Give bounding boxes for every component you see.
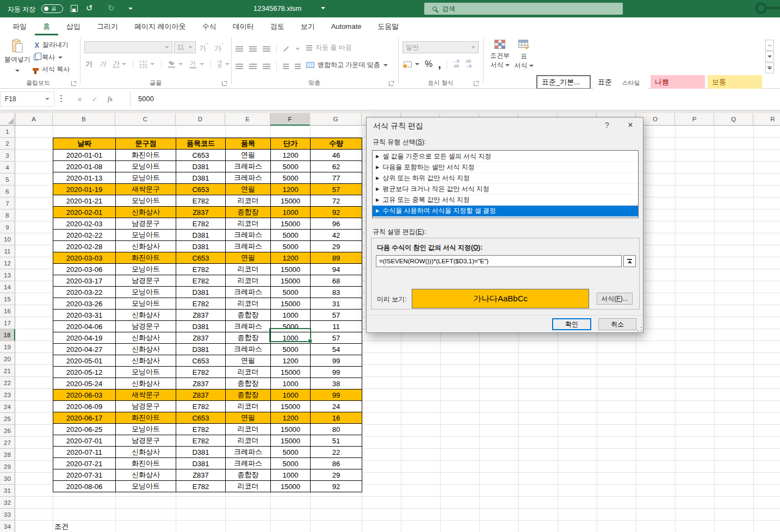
cell-date[interactable]: 2020-07-21 — [53, 458, 116, 469]
cell-item[interactable]: 리코더 — [226, 275, 271, 287]
cell-item[interactable]: 연필 — [226, 150, 271, 161]
cell-style-chip[interactable]: 나쁨 — [651, 75, 705, 89]
cell-store[interactable]: 화진아트 — [116, 458, 176, 469]
cell-item-code[interactable]: D381 — [176, 172, 226, 184]
cell-quantity[interactable]: 80 — [311, 424, 362, 435]
cell-date[interactable]: 2020-01-08 — [53, 161, 116, 172]
cell-store[interactable]: 화진아트 — [116, 412, 176, 424]
column-header[interactable]: B — [53, 113, 115, 126]
cell-item-code[interactable]: E782 — [176, 424, 226, 435]
cell-item[interactable]: 연필 — [226, 184, 271, 195]
row-header[interactable]: 19 — [0, 341, 15, 353]
cell-store[interactable]: 모닝아트 — [116, 161, 176, 172]
note-cell[interactable]: 조건 — [54, 522, 69, 531]
row-header[interactable]: 22 — [0, 377, 15, 389]
cell-quantity[interactable]: 99 — [311, 389, 362, 401]
ribbon-tab[interactable]: 보기 — [293, 17, 323, 35]
select-all-corner[interactable] — [0, 113, 15, 126]
ribbon-tab[interactable]: 그리기 — [89, 17, 126, 35]
cell-store[interactable]: 모닝아트 — [116, 195, 176, 207]
cell-store[interactable]: 신화상사 — [116, 207, 176, 218]
percent-style-icon[interactable]: % — [425, 59, 432, 69]
cell-item[interactable]: 리코더 — [226, 298, 271, 310]
cell-item-code[interactable]: E782 — [176, 435, 226, 447]
cancel-button[interactable]: 취소 — [598, 318, 636, 330]
cell-item-code[interactable]: D381 — [176, 344, 226, 355]
formula-input[interactable]: =(ISEVEN(ROW()))*(LEFT($D3,1)="E") — [376, 255, 622, 267]
cell-quantity[interactable]: 96 — [311, 218, 362, 230]
cell-quantity[interactable]: 92 — [311, 207, 362, 218]
rule-type-option[interactable]: ▶ 수식을 사용하여 서식을 지정할 셀 결정 — [373, 206, 638, 216]
table-header-cell[interactable]: 날짜 — [53, 138, 116, 150]
cell-quantity[interactable]: 29 — [311, 469, 362, 481]
cell-date[interactable]: 2020-06-25 — [53, 424, 116, 435]
cell-date[interactable]: 2020-03-31 — [53, 310, 116, 321]
active-cell-selection[interactable] — [269, 328, 311, 342]
row-header[interactable]: 32 — [0, 497, 15, 509]
column-header[interactable]: R — [753, 113, 780, 126]
cell-quantity[interactable]: 92 — [311, 481, 362, 492]
ribbon-tab[interactable]: 홈 — [35, 17, 58, 35]
row-header[interactable]: 15 — [0, 293, 15, 305]
cell-date[interactable]: 2020-07-11 — [53, 447, 116, 458]
alignment-dialog-launcher-icon[interactable] — [389, 81, 394, 86]
cell-item-code[interactable]: E782 — [176, 218, 226, 230]
cell-item[interactable]: 리코더 — [226, 435, 271, 447]
table-header-cell[interactable]: 문구점 — [116, 138, 176, 150]
cell-item-code[interactable]: D381 — [176, 458, 226, 469]
row-header[interactable]: 1 — [0, 126, 15, 138]
row-header[interactable]: 5 — [0, 174, 15, 185]
cell-item-code[interactable]: D381 — [176, 230, 226, 241]
cell-date[interactable]: 2020-01-19 — [53, 184, 116, 195]
cell-unit-price[interactable]: 5000 — [271, 172, 311, 184]
cell-item[interactable]: 종합장 — [226, 378, 271, 389]
cell-unit-price[interactable]: 5000 — [271, 230, 311, 241]
cell-store[interactable]: 모닝아트 — [116, 481, 176, 492]
cell-store[interactable]: 신화상사 — [116, 469, 176, 481]
cell-store[interactable]: 남경문구 — [116, 218, 176, 230]
cell-item[interactable]: 리코더 — [226, 218, 271, 230]
cell-date[interactable]: 2020-03-03 — [53, 252, 116, 264]
cell-store[interactable]: 모닝아트 — [116, 287, 176, 298]
cell-unit-price[interactable]: 1000 — [271, 469, 311, 481]
cell-date[interactable]: 2020-01-21 — [53, 195, 116, 207]
cell-unit-price[interactable]: 5000 — [271, 161, 311, 172]
cell-item-code[interactable]: C653 — [176, 412, 226, 424]
rule-type-option[interactable]: ▶ 고유 또는 중복 값만 서식 지정 — [373, 195, 638, 206]
formula-bar-splitter[interactable] — [60, 95, 62, 103]
cell-item-code[interactable]: E782 — [176, 264, 226, 275]
cell-store[interactable]: 신화상사 — [116, 378, 176, 389]
save-icon[interactable] — [71, 5, 78, 12]
cell-item[interactable]: 크레파스 — [226, 321, 271, 332]
cell-item-code[interactable]: Z837 — [176, 389, 226, 401]
cell-quantity[interactable]: 31 — [311, 298, 362, 310]
ribbon-tab[interactable]: 삽입 — [58, 17, 89, 35]
cell-store[interactable]: 모닝아트 — [116, 230, 176, 241]
column-header[interactable]: C — [115, 113, 176, 126]
row-header[interactable]: 30 — [0, 473, 15, 485]
title-chevron-down-icon[interactable] — [321, 7, 325, 9]
cell-quantity[interactable]: 62 — [311, 161, 362, 172]
cell-store[interactable]: 신화상사 — [116, 332, 176, 344]
cell-unit-price[interactable]: 5000 — [271, 344, 311, 355]
cell-unit-price[interactable]: 1000 — [271, 378, 311, 389]
cell-store[interactable]: 화진아트 — [116, 150, 176, 161]
format-painter-button[interactable]: 서식 복사 — [33, 65, 70, 74]
cell-store[interactable]: 신화상사 — [116, 447, 176, 458]
cell-quantity[interactable]: 42 — [311, 230, 362, 241]
cell-quantity[interactable]: 83 — [311, 287, 362, 298]
cell-item[interactable]: 리코더 — [226, 401, 271, 412]
cell-unit-price[interactable]: 1000 — [271, 389, 311, 401]
cell-date[interactable]: 2020-01-13 — [53, 172, 116, 184]
row-header[interactable]: 18 — [0, 329, 15, 341]
cell-item[interactable]: 크레파스 — [226, 161, 271, 172]
help-button[interactable]: ? — [602, 121, 612, 129]
font-dialog-launcher-icon[interactable] — [222, 81, 227, 86]
table-header-cell[interactable]: 품목 — [226, 138, 271, 150]
cell-store[interactable]: 신화상사 — [116, 344, 176, 355]
cell-item-code[interactable]: C653 — [176, 252, 226, 264]
cell-store[interactable]: 화진아트 — [116, 252, 176, 264]
cell-item[interactable]: 연필 — [226, 355, 271, 367]
row-header[interactable]: 28 — [0, 449, 15, 461]
cell-quantity[interactable]: 54 — [311, 344, 362, 355]
